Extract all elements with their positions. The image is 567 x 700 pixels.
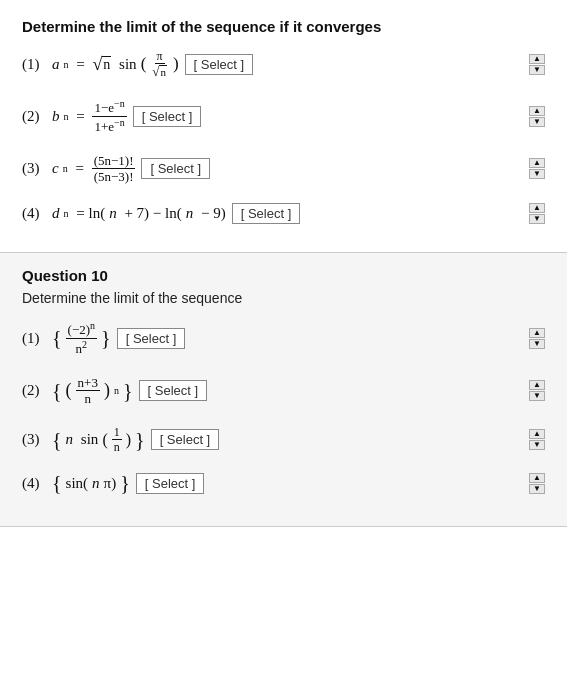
stepper-down[interactable]: ▼ <box>529 169 545 179</box>
problem-1-select[interactable]: [ Select ] <box>185 54 254 75</box>
stepper-down[interactable]: ▼ <box>529 484 545 494</box>
q10-problem-2-row: (2) { ( n+3 n )n } [ Select ] ▲ ▼ <box>22 375 545 407</box>
problem-4-select[interactable]: [ Select ] <box>232 203 301 224</box>
section2: Question 10 Determine the limit of the s… <box>0 252 567 527</box>
problem-4-formula: dn = ln(n + 7) − ln(n − 9) <box>52 205 226 222</box>
problem-1-row: (1) an = √n sin ( π √n ) <box>22 49 545 80</box>
stepper-up[interactable]: ▲ <box>529 158 545 168</box>
q10-title: Question 10 <box>22 267 545 284</box>
q10-problem-2-formula: { ( n+3 n )n } <box>52 375 133 407</box>
problem-1-label: (1) <box>22 56 46 73</box>
problem-2-stepper[interactable]: ▲ ▼ <box>529 106 545 127</box>
problem-2-formula: bn = 1−e−n 1+e−n <box>52 98 127 135</box>
problem-4-row: (4) dn = ln(n + 7) − ln(n − 9) [ Select … <box>22 203 545 224</box>
q10-problem-3-stepper[interactable]: ▲ ▼ <box>529 429 545 450</box>
q10-problem-4-label: (4) <box>22 475 46 492</box>
q10-problem-1-label: (1) <box>22 330 46 347</box>
q10-problem-1-stepper[interactable]: ▲ ▼ <box>529 328 545 349</box>
stepper-down[interactable]: ▼ <box>529 214 545 224</box>
q10-problem-2-stepper[interactable]: ▲ ▼ <box>529 380 545 401</box>
problem-4-label: (4) <box>22 205 46 222</box>
problem-3-formula: cn = (5n−1)! (5n−3)! <box>52 153 135 185</box>
q10-problem-4-formula: { sin(nπ) } <box>52 473 130 493</box>
q10-problem-1-row: (1) { (−2)n n2 } [ Select ] ▲ ▼ <box>22 320 545 357</box>
section1-title: Determine the limit of the sequence if i… <box>22 18 545 35</box>
problem-3-row: (3) cn = (5n−1)! (5n−3)! [ Select ] ▲ ▼ <box>22 153 545 185</box>
problem-3-select[interactable]: [ Select ] <box>141 158 210 179</box>
stepper-up[interactable]: ▲ <box>529 429 545 439</box>
problem-1-stepper[interactable]: ▲ ▼ <box>529 54 545 75</box>
q10-problem-2-label: (2) <box>22 382 46 399</box>
q10-problem-4-stepper[interactable]: ▲ ▼ <box>529 473 545 494</box>
stepper-up[interactable]: ▲ <box>529 203 545 213</box>
q10-problem-3-formula: { n sin ( 1 n ) } <box>52 425 145 455</box>
stepper-up[interactable]: ▲ <box>529 54 545 64</box>
q10-problem-2-select[interactable]: [ Select ] <box>139 380 208 401</box>
q10-problem-3-select[interactable]: [ Select ] <box>151 429 220 450</box>
q10-problem-4-row: (4) { sin(nπ) } [ Select ] ▲ ▼ <box>22 473 545 494</box>
problem-2-select[interactable]: [ Select ] <box>133 106 202 127</box>
problem-1-formula: an = √n sin ( π √n ) <box>52 49 179 80</box>
problem-4-stepper[interactable]: ▲ ▼ <box>529 203 545 224</box>
problem-3-stepper[interactable]: ▲ ▼ <box>529 158 545 179</box>
problem-3-label: (3) <box>22 160 46 177</box>
q10-problem-1-select[interactable]: [ Select ] <box>117 328 186 349</box>
q10-problem-3-row: (3) { n sin ( 1 n ) } [ Select ] ▲ ▼ <box>22 425 545 455</box>
q10-problem-4-select[interactable]: [ Select ] <box>136 473 205 494</box>
stepper-up[interactable]: ▲ <box>529 380 545 390</box>
stepper-down[interactable]: ▼ <box>529 339 545 349</box>
q10-problem-1-formula: { (−2)n n2 } <box>52 320 111 357</box>
section1: Determine the limit of the sequence if i… <box>0 0 567 252</box>
q10-subtitle: Determine the limit of the sequence <box>22 290 545 306</box>
stepper-up[interactable]: ▲ <box>529 473 545 483</box>
stepper-down[interactable]: ▼ <box>529 117 545 127</box>
problem-2-row: (2) bn = 1−e−n 1+e−n [ Select ] ▲ ▼ <box>22 98 545 135</box>
problem-2-label: (2) <box>22 108 46 125</box>
stepper-down[interactable]: ▼ <box>529 440 545 450</box>
stepper-down[interactable]: ▼ <box>529 391 545 401</box>
stepper-up[interactable]: ▲ <box>529 106 545 116</box>
stepper-down[interactable]: ▼ <box>529 65 545 75</box>
q10-problem-3-label: (3) <box>22 431 46 448</box>
stepper-up[interactable]: ▲ <box>529 328 545 338</box>
